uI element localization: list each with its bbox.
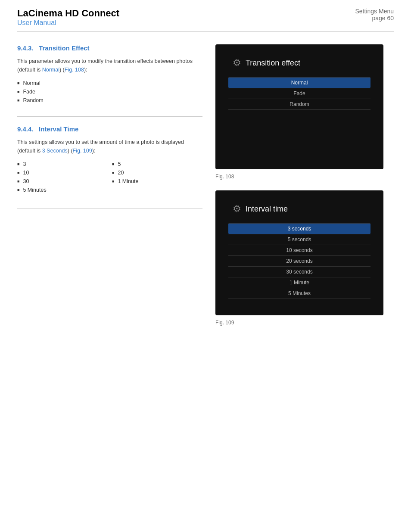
left-column: 9.4.3. Transition Effect This parameter … bbox=[17, 44, 202, 336]
header-right: Settings Menu page 60 bbox=[355, 8, 394, 22]
section-943-title: 9.4.3. Transition Effect bbox=[17, 44, 202, 52]
section-943-list: Normal Fade Random bbox=[17, 80, 202, 103]
right-column: ⚙ Transition effect Normal Fade Random F… bbox=[215, 44, 383, 336]
list-item: 1 Minute bbox=[112, 178, 202, 184]
list-item: 20 bbox=[112, 170, 202, 176]
list-item: 5 Minutes bbox=[17, 187, 108, 193]
panel-109-menu: 3 seconds 5 seconds 10 seconds 20 second… bbox=[224, 223, 375, 299]
section-944: 9.4.4. Interval Time This settings allow… bbox=[17, 125, 202, 196]
page-container: LaCinema HD Connect User Manual Settings… bbox=[0, 0, 411, 532]
section-943-heading: Transition Effect bbox=[39, 44, 90, 52]
panel-108-menu: Normal Fade Random bbox=[224, 77, 375, 110]
menu-item-1min[interactable]: 1 Minute bbox=[228, 277, 371, 288]
device-panel-109: ⚙ Interval time 3 seconds 5 seconds 10 s… bbox=[215, 190, 383, 315]
menu-item-3sec[interactable]: 3 seconds bbox=[228, 223, 371, 234]
menu-item-5sec[interactable]: 5 seconds bbox=[228, 234, 371, 245]
menu-item-10sec[interactable]: 10 seconds bbox=[228, 245, 371, 255]
app-subtitle: User Manual bbox=[17, 19, 119, 27]
menu-item-normal[interactable]: Normal bbox=[228, 77, 371, 88]
menu-item-20sec[interactable]: 20 seconds bbox=[228, 255, 371, 266]
header-left: LaCinema HD Connect User Manual bbox=[17, 8, 119, 27]
list-item: Random bbox=[17, 97, 202, 103]
main-content: 9.4.3. Transition Effect This parameter … bbox=[0, 31, 411, 349]
section-944-title: 9.4.4. Interval Time bbox=[17, 125, 202, 133]
list-item: 5 bbox=[112, 161, 202, 167]
page-number: page 60 bbox=[355, 15, 394, 22]
section-944-heading: Interval Time bbox=[39, 125, 78, 133]
default-normal-link[interactable]: Normal bbox=[42, 67, 59, 73]
default-3sec-link[interactable]: 3 Seconds bbox=[42, 148, 68, 154]
fig-109-link[interactable]: Fig. 109 bbox=[73, 148, 92, 154]
panel-109-header: ⚙ Interval time bbox=[224, 203, 375, 215]
panel-109-title: Interval time bbox=[246, 205, 288, 214]
list-item: 3 bbox=[17, 161, 108, 167]
section-divider-1 bbox=[17, 116, 202, 117]
fig-108-label: Fig. 108 bbox=[215, 174, 383, 180]
panel-108-title: Transition effect bbox=[246, 59, 300, 68]
section-944-number: 9.4.4. bbox=[17, 125, 34, 133]
section-944-desc: This settings allows you to set the amou… bbox=[17, 138, 202, 155]
menu-item-fade[interactable]: Fade bbox=[228, 88, 371, 99]
section-943-desc: This parameter allows you to modify the … bbox=[17, 57, 202, 74]
menu-item-5min[interactable]: 5 Minutes bbox=[228, 288, 371, 299]
list-item: Normal bbox=[17, 80, 202, 86]
section-944-col1: 3 10 30 5 Minutes bbox=[17, 161, 108, 196]
list-item: Fade bbox=[17, 89, 202, 95]
fig-108-link[interactable]: Fig. 108 bbox=[65, 67, 84, 73]
section-divider-2 bbox=[17, 208, 202, 209]
device-panel-108: ⚙ Transition effect Normal Fade Random bbox=[215, 44, 383, 169]
section-943: 9.4.3. Transition Effect This parameter … bbox=[17, 44, 202, 103]
gear-icon-108: ⚙ bbox=[233, 57, 241, 68]
menu-label: Settings Menu bbox=[355, 8, 394, 15]
header: LaCinema HD Connect User Manual Settings… bbox=[0, 0, 411, 31]
section-944-col2: 5 20 1 Minute bbox=[112, 161, 202, 196]
list-item: 30 bbox=[17, 178, 108, 184]
fig-109-label: Fig. 109 bbox=[215, 320, 383, 326]
section-944-list: 3 10 30 5 Minutes 5 20 1 Minute bbox=[17, 161, 202, 196]
fig-109-divider bbox=[215, 331, 383, 331]
menu-item-30sec[interactable]: 30 seconds bbox=[228, 266, 371, 277]
fig-108-divider bbox=[215, 185, 383, 185]
section-943-number: 9.4.3. bbox=[17, 44, 34, 52]
list-item: 10 bbox=[17, 170, 108, 176]
app-title: LaCinema HD Connect bbox=[17, 8, 119, 19]
gear-icon-109: ⚙ bbox=[233, 203, 241, 215]
menu-item-random[interactable]: Random bbox=[228, 99, 371, 110]
panel-108-header: ⚙ Transition effect bbox=[224, 57, 375, 68]
